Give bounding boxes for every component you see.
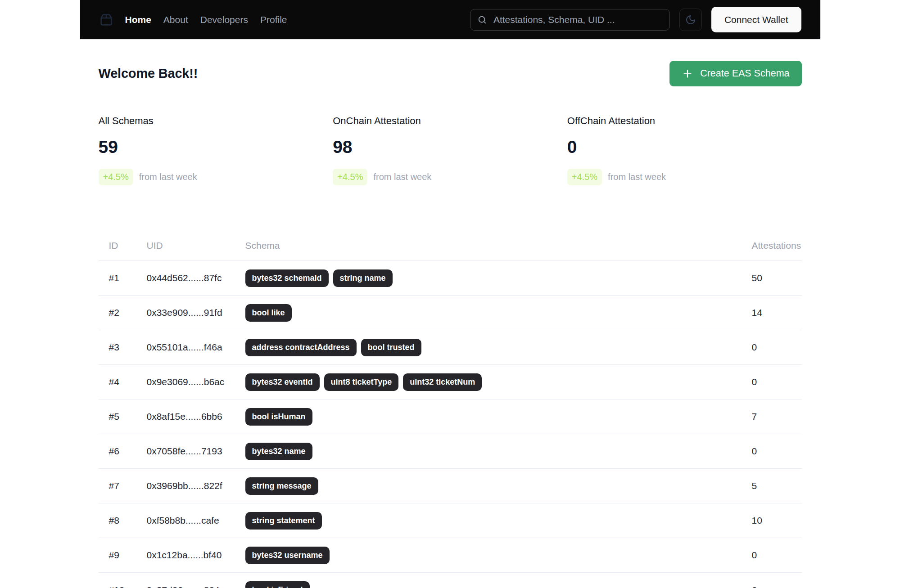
table-row[interactable]: #3 0x55101a......f46a address contractAd… [99, 330, 802, 365]
stat-delta-note: from last week [139, 172, 197, 182]
schema-field-pill: bool isFriend [245, 581, 310, 588]
stat-delta-note: from last week [608, 172, 666, 182]
cell-attestations: 0 [752, 446, 802, 457]
search-input[interactable] [493, 14, 663, 26]
plus-icon [682, 68, 693, 80]
cell-schema: address contractAddressbool trusted [245, 339, 752, 356]
table-body: #1 0x44d562......87fc bytes32 schemaIdst… [99, 261, 802, 588]
nav-link-home[interactable]: Home [125, 14, 151, 25]
page-header: Welcome Back!! Create EAS Schema [99, 61, 802, 86]
cell-id: #6 [109, 446, 147, 457]
schema-field-pill: bool isHuman [245, 408, 312, 426]
cell-id: #5 [109, 411, 147, 422]
stat-card: OffChain Attestation 0 +4.5% from last w… [567, 115, 802, 185]
cell-uid: 0x9e3069......b6ac [147, 377, 245, 387]
stat-card: OnChain Attestation 98 +4.5% from last w… [333, 115, 567, 185]
cell-attestations: 6 [752, 585, 802, 588]
stat-delta-row: +4.5% from last week [567, 169, 802, 185]
table-header-row: ID UID Schema Attestations [99, 240, 802, 261]
cell-id: #4 [109, 377, 147, 387]
cell-attestations: 0 [752, 342, 802, 353]
nav-link-about[interactable]: About [163, 14, 188, 25]
cell-uid: 0x44d562......87fc [147, 273, 245, 283]
table-row[interactable]: #8 0xf58b8b......cafe string statement 1… [99, 503, 802, 538]
cell-attestations: 7 [752, 411, 802, 422]
schema-field-pill: bytes32 eventId [245, 373, 320, 391]
cell-id: #2 [109, 307, 147, 318]
stat-delta-badge: +4.5% [333, 169, 367, 185]
cell-schema: bool like [245, 304, 752, 322]
stat-value: 98 [333, 137, 567, 157]
package-icon [99, 13, 113, 27]
column-header-uid: UID [147, 240, 245, 251]
cell-schema: bool isHuman [245, 408, 752, 426]
schema-field-pill: bool like [245, 304, 292, 322]
table-row[interactable]: #9 0x1c12ba......bf40 bytes32 username 0 [99, 538, 802, 573]
nav-right: Connect Wallet [470, 7, 801, 32]
column-header-id: ID [109, 240, 147, 251]
app-container: HomeAboutDevelopersProfile Connect Walle… [80, 0, 821, 588]
cell-schema: string message [245, 477, 752, 495]
cell-schema: string statement [245, 512, 752, 530]
stat-label: All Schemas [99, 115, 333, 127]
cell-attestations: 14 [752, 307, 802, 318]
cell-schema: bytes32 eventIduint8 ticketTypeuint32 ti… [245, 373, 752, 391]
stat-card: All Schemas 59 +4.5% from last week [99, 115, 333, 185]
nav-link-profile[interactable]: Profile [260, 14, 287, 25]
stat-delta-note: from last week [373, 172, 431, 182]
table-row[interactable]: #5 0x8af15e......6bb6 bool isHuman 7 [99, 399, 802, 434]
search-box[interactable] [470, 9, 670, 31]
schema-field-pill: bytes32 username [245, 547, 330, 564]
schema-field-pill: uint32 ticketNum [403, 373, 482, 391]
table-row[interactable]: #2 0x33e909......91fd bool like 14 [99, 296, 802, 330]
cell-uid: 0x33e909......91fd [147, 307, 245, 318]
stat-delta-row: +4.5% from last week [333, 169, 567, 185]
cell-id: #7 [109, 480, 147, 491]
schema-field-pill: string statement [245, 512, 322, 530]
schema-field-pill: string name [333, 269, 393, 287]
create-eas-schema-button[interactable]: Create EAS Schema [669, 61, 801, 86]
table-row[interactable]: #7 0x3969bb......822f string message 5 [99, 469, 802, 503]
cell-uid: 0x3969bb......822f [147, 480, 245, 491]
navbar: HomeAboutDevelopersProfile Connect Walle… [80, 0, 821, 40]
schema-field-pill: string message [245, 477, 318, 495]
table-row[interactable]: #4 0x9e3069......b6ac bytes32 eventIduin… [99, 365, 802, 399]
search-icon [477, 15, 487, 25]
theme-toggle-button[interactable] [679, 9, 702, 31]
schema-table: ID UID Schema Attestations #1 0x44d562..… [99, 240, 802, 588]
schema-field-pill: bytes32 schemaId [245, 269, 329, 287]
table-row[interactable]: #1 0x44d562......87fc bytes32 schemaIdst… [99, 261, 802, 296]
cell-uid: 0x55101a......f46a [147, 342, 245, 353]
column-header-schema: Schema [245, 240, 752, 251]
stats-grid: All Schemas 59 +4.5% from last week OnCh… [99, 115, 802, 185]
cell-schema: bytes32 schemaIdstring name [245, 269, 752, 287]
table-row[interactable]: #10 0x27d06e......804a bool isFriend 6 [99, 573, 802, 588]
schema-field-pill: bool trusted [361, 339, 421, 356]
stat-delta-badge: +4.5% [567, 169, 602, 185]
cell-attestations: 0 [752, 377, 802, 387]
cell-attestations: 50 [752, 273, 802, 283]
cell-attestations: 10 [752, 515, 802, 526]
cell-id: #3 [109, 342, 147, 353]
cell-uid: 0xf58b8b......cafe [147, 515, 245, 526]
cell-uid: 0x7058fe......7193 [147, 446, 245, 457]
schema-field-pill: bytes32 name [245, 443, 312, 460]
table-row[interactable]: #6 0x7058fe......7193 bytes32 name 0 [99, 434, 802, 469]
cell-schema: bytes32 username [245, 547, 752, 564]
cell-id: #9 [109, 550, 147, 561]
main-content: Welcome Back!! Create EAS Schema All Sch… [80, 61, 821, 588]
create-eas-schema-label: Create EAS Schema [700, 68, 789, 79]
cell-id: #8 [109, 515, 147, 526]
connect-wallet-button[interactable]: Connect Wallet [711, 7, 801, 32]
cell-id: #1 [109, 273, 147, 283]
stat-value: 59 [99, 137, 333, 157]
page-title: Welcome Back!! [99, 66, 198, 81]
cell-id: #10 [109, 585, 147, 588]
nav-link-developers[interactable]: Developers [200, 14, 248, 25]
stat-value: 0 [567, 137, 802, 157]
nav-links: HomeAboutDevelopersProfile [125, 14, 287, 25]
cell-attestations: 0 [752, 550, 802, 561]
stat-delta-row: +4.5% from last week [99, 169, 333, 185]
cell-schema: bytes32 name [245, 443, 752, 460]
stat-delta-badge: +4.5% [99, 169, 133, 185]
